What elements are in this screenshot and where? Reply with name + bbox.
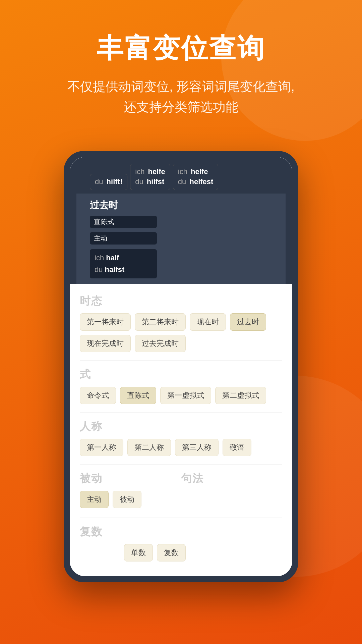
tag-active[interactable]: 主动 bbox=[80, 491, 109, 508]
conj-pronoun1: ich bbox=[95, 254, 106, 262]
tooltip-2[interactable]: ich helfe du hilfst bbox=[130, 164, 170, 191]
filter-person-label: 人称 bbox=[80, 419, 282, 434]
filter-tense-tags: 第一将来时 第二将来时 现在时 过去时 现在完成时 过去完成时 bbox=[80, 313, 282, 352]
tense-label: 过去时 bbox=[90, 199, 279, 212]
tag-konjunktiv2[interactable]: 第二虚拟式 bbox=[215, 387, 266, 404]
screen-dark-area: du hilft! ich helfe du hilfst ich helfe … bbox=[70, 157, 292, 284]
phone-frame: du hilft! ich helfe du hilfst ich helfe … bbox=[64, 151, 298, 582]
tag-present[interactable]: 现在时 bbox=[190, 313, 226, 331]
tag-konjunktiv1[interactable]: 第一虚拟式 bbox=[160, 387, 211, 404]
tooltip-1-verb: hilft! bbox=[107, 177, 123, 186]
filter-tense-label: 时态 bbox=[80, 294, 282, 309]
tooltip-2-verb: helfe bbox=[148, 167, 165, 176]
filter-voice-label: 被动 bbox=[80, 471, 181, 486]
conj-verb2: halfst bbox=[105, 265, 125, 274]
conj-pronoun2: du bbox=[95, 265, 105, 274]
tag-polite[interactable]: 敬语 bbox=[223, 439, 251, 456]
divider-1 bbox=[80, 360, 282, 361]
subtitle-line1: 不仅提供动词变位, 形容词词尾变化查询, bbox=[67, 79, 295, 94]
filter-mode-label: 式 bbox=[80, 367, 282, 382]
tooltip-1-pronoun: du bbox=[95, 177, 105, 186]
tooltip-1[interactable]: du hilft! bbox=[90, 174, 127, 190]
filter-voice: 被动 主动 被动 bbox=[80, 471, 181, 508]
filter-number: 复数 单数 复数 bbox=[80, 525, 282, 561]
tooltip-3[interactable]: ich helfe du helfest bbox=[173, 164, 219, 191]
filter-mode: 式 命令式 直陈式 第一虚拟式 第二虚拟式 bbox=[80, 367, 282, 404]
badge-voice[interactable]: 主动 bbox=[90, 232, 157, 245]
divider-3 bbox=[80, 464, 282, 465]
tag-plural[interactable]: 复数 bbox=[157, 544, 186, 561]
filter-mode-tags: 命令式 直陈式 第一虚拟式 第二虚拟式 bbox=[80, 387, 282, 404]
tag-future2[interactable]: 第二将来时 bbox=[135, 313, 186, 331]
tense-card: 过去时 直陈式 主动 ich half du halfst bbox=[76, 194, 286, 283]
filter-voice-tags: 主动 被动 bbox=[80, 491, 181, 508]
filter-area: 时态 第一将来时 第二将来时 现在时 过去时 现在完成时 过去完成时 式 bbox=[70, 284, 292, 576]
tag-third-person[interactable]: 第三人称 bbox=[175, 439, 219, 456]
filter-syntax: 句法 bbox=[181, 471, 282, 491]
badge-mode[interactable]: 直陈式 bbox=[90, 216, 157, 228]
page-header: 丰富变位查询 不仅提供动词变位, 形容词词尾变化查询, 还支持分类筛选功能 bbox=[0, 0, 362, 131]
divider-2 bbox=[80, 412, 282, 413]
tooltip-3-pronoun: ich bbox=[178, 167, 189, 176]
tooltip-2-verb2: hilfst bbox=[147, 177, 165, 186]
conj-verb1: half bbox=[106, 254, 119, 262]
tooltip-3-verb: helfe bbox=[191, 167, 208, 176]
phone-screen: du hilft! ich helfe du hilfst ich helfe … bbox=[70, 157, 292, 576]
tooltip-3-verb2: helfest bbox=[189, 177, 213, 186]
filter-syntax-label: 句法 bbox=[181, 471, 282, 486]
filter-row-voice-syntax: 被动 主动 被动 句法 bbox=[80, 471, 282, 516]
subtitle: 不仅提供动词变位, 形容词词尾变化查询, 还支持分类筛选功能 bbox=[0, 76, 362, 117]
filter-number-tags: 单数 复数 bbox=[80, 544, 282, 561]
main-title: 丰富变位查询 bbox=[0, 34, 362, 63]
filter-person-tags: 第一人称 第二人称 第三人称 敬语 bbox=[80, 439, 282, 456]
filter-person: 人称 第一人称 第二人称 第三人称 敬语 bbox=[80, 419, 282, 456]
tag-first-person[interactable]: 第一人称 bbox=[80, 439, 123, 456]
tag-future1[interactable]: 第一将来时 bbox=[80, 313, 131, 331]
divider-4 bbox=[80, 518, 282, 518]
subtitle-line2: 还支持分类筛选功能 bbox=[124, 100, 238, 114]
tag-imperative[interactable]: 命令式 bbox=[80, 387, 116, 404]
filter-number-label: 复数 bbox=[80, 525, 282, 539]
filter-tense: 时态 第一将来时 第二将来时 现在时 过去时 现在完成时 过去完成时 bbox=[80, 294, 282, 352]
tag-second-person[interactable]: 第二人称 bbox=[127, 439, 171, 456]
tag-past[interactable]: 过去时 bbox=[230, 313, 266, 331]
tooltip-2-pronoun: ich bbox=[135, 167, 146, 176]
tag-past-perfect[interactable]: 过去完成时 bbox=[135, 335, 186, 352]
tag-passive[interactable]: 被动 bbox=[113, 491, 141, 508]
tooltip-3-pronoun2: du bbox=[178, 177, 188, 186]
tag-indicative[interactable]: 直陈式 bbox=[120, 387, 156, 404]
tag-singular[interactable]: 单数 bbox=[124, 544, 153, 561]
phone-container: du hilft! ich helfe du hilfst ich helfe … bbox=[64, 151, 298, 582]
tooltip-2-pronoun2: du bbox=[135, 177, 145, 186]
tag-perfect[interactable]: 现在完成时 bbox=[80, 335, 131, 352]
tooltip-row: du hilft! ich helfe du hilfst ich helfe … bbox=[76, 164, 286, 191]
conjugation: ich half du halfst bbox=[90, 249, 157, 278]
